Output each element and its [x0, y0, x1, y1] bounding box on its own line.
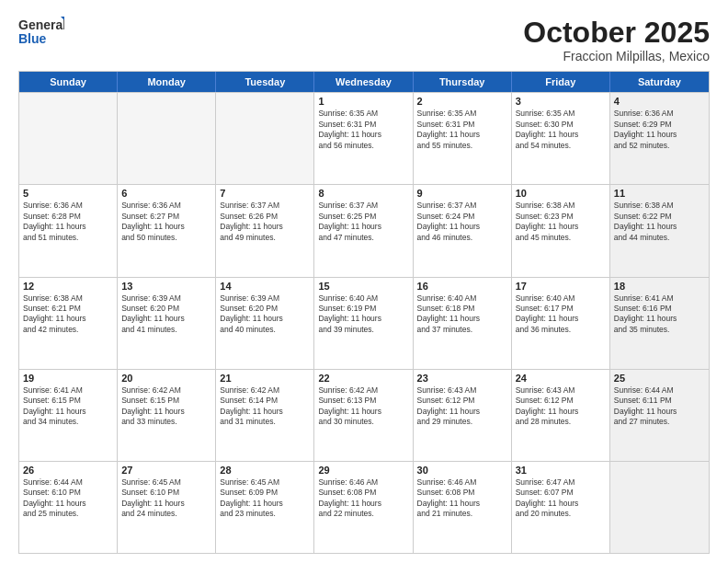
- cell-info: Sunrise: 6:42 AMSunset: 6:14 PMDaylight:…: [220, 385, 310, 428]
- header-thursday: Thursday: [414, 72, 512, 92]
- cal-cell-4: 4Sunrise: 6:36 AMSunset: 6:29 PMDaylight…: [610, 93, 709, 184]
- day-number: 29: [318, 465, 408, 476]
- cal-cell-5: 5Sunrise: 6:36 AMSunset: 6:28 PMDaylight…: [19, 185, 118, 276]
- cal-cell-27: 27Sunrise: 6:45 AMSunset: 6:10 PMDayligh…: [118, 462, 216, 553]
- cell-info: Sunrise: 6:45 AMSunset: 6:09 PMDaylight:…: [220, 477, 310, 520]
- cal-cell-11: 11Sunrise: 6:38 AMSunset: 6:22 PMDayligh…: [610, 185, 709, 276]
- day-number: 6: [121, 188, 211, 199]
- header: General Blue October 2025 Fraccion Milpi…: [18, 17, 710, 63]
- day-number: 10: [516, 188, 606, 199]
- cell-info: Sunrise: 6:37 AMSunset: 6:24 PMDaylight:…: [417, 201, 507, 243]
- cal-cell-22: 22Sunrise: 6:42 AMSunset: 6:13 PMDayligh…: [314, 370, 413, 461]
- cal-cell-empty-4-6: [610, 462, 709, 553]
- day-number: 13: [121, 281, 211, 292]
- subtitle: Fraccion Milpillas, Mexico: [523, 49, 710, 63]
- cell-info: Sunrise: 6:39 AMSunset: 6:20 PMDaylight:…: [220, 293, 310, 336]
- cal-row-2: 12Sunrise: 6:38 AMSunset: 6:21 PMDayligh…: [19, 277, 709, 369]
- day-number: 11: [614, 188, 705, 199]
- cal-cell-13: 13Sunrise: 6:39 AMSunset: 6:20 PMDayligh…: [118, 278, 216, 369]
- day-number: 15: [318, 281, 408, 292]
- cal-cell-14: 14Sunrise: 6:39 AMSunset: 6:20 PMDayligh…: [216, 278, 314, 369]
- cal-cell-6: 6Sunrise: 6:36 AMSunset: 6:27 PMDaylight…: [118, 185, 216, 276]
- cell-info: Sunrise: 6:43 AMSunset: 6:12 PMDaylight:…: [516, 385, 606, 428]
- cal-cell-8: 8Sunrise: 6:37 AMSunset: 6:25 PMDaylight…: [314, 185, 413, 276]
- cell-info: Sunrise: 6:41 AMSunset: 6:16 PMDaylight:…: [614, 293, 705, 336]
- cal-cell-3: 3Sunrise: 6:35 AMSunset: 6:30 PMDaylight…: [512, 93, 610, 184]
- day-number: 19: [23, 373, 113, 384]
- cal-cell-19: 19Sunrise: 6:41 AMSunset: 6:15 PMDayligh…: [19, 370, 118, 461]
- page: General Blue October 2025 Fraccion Milpi…: [0, 0, 728, 563]
- cal-cell-10: 10Sunrise: 6:38 AMSunset: 6:23 PMDayligh…: [512, 185, 610, 276]
- cell-info: Sunrise: 6:38 AMSunset: 6:22 PMDaylight:…: [614, 201, 705, 243]
- day-number: 26: [23, 465, 113, 476]
- cell-info: Sunrise: 6:43 AMSunset: 6:12 PMDaylight:…: [417, 385, 507, 428]
- cal-cell-29: 29Sunrise: 6:46 AMSunset: 6:08 PMDayligh…: [314, 462, 413, 553]
- cell-info: Sunrise: 6:36 AMSunset: 6:29 PMDaylight:…: [614, 109, 705, 151]
- cal-cell-17: 17Sunrise: 6:40 AMSunset: 6:17 PMDayligh…: [512, 278, 610, 369]
- calendar-header: SundayMondayTuesdayWednesdayThursdayFrid…: [19, 72, 709, 92]
- day-number: 16: [417, 281, 507, 292]
- cal-cell-25: 25Sunrise: 6:44 AMSunset: 6:11 PMDayligh…: [610, 370, 709, 461]
- day-number: 8: [318, 188, 408, 199]
- cal-cell-empty-0-2: [216, 93, 314, 184]
- day-number: 5: [23, 188, 113, 199]
- svg-text:Blue: Blue: [18, 31, 47, 46]
- cal-cell-23: 23Sunrise: 6:43 AMSunset: 6:12 PMDayligh…: [414, 370, 512, 461]
- day-number: 1: [318, 96, 408, 107]
- cal-row-3: 19Sunrise: 6:41 AMSunset: 6:15 PMDayligh…: [19, 369, 709, 461]
- header-saturday: Saturday: [610, 72, 709, 92]
- day-number: 25: [614, 373, 705, 384]
- cell-info: Sunrise: 6:38 AMSunset: 6:21 PMDaylight:…: [23, 293, 113, 336]
- cell-info: Sunrise: 6:42 AMSunset: 6:13 PMDaylight:…: [318, 385, 408, 428]
- cell-info: Sunrise: 6:36 AMSunset: 6:27 PMDaylight:…: [121, 201, 211, 243]
- cell-info: Sunrise: 6:46 AMSunset: 6:08 PMDaylight:…: [417, 477, 507, 520]
- day-number: 27: [121, 465, 211, 476]
- svg-text:General: General: [18, 17, 64, 32]
- day-number: 24: [516, 373, 606, 384]
- cell-info: Sunrise: 6:39 AMSunset: 6:20 PMDaylight:…: [121, 293, 211, 336]
- day-number: 12: [23, 281, 113, 292]
- day-number: 2: [417, 96, 507, 107]
- cell-info: Sunrise: 6:42 AMSunset: 6:15 PMDaylight:…: [121, 385, 211, 428]
- cell-info: Sunrise: 6:40 AMSunset: 6:19 PMDaylight:…: [318, 293, 408, 336]
- cal-row-0: 1Sunrise: 6:35 AMSunset: 6:31 PMDaylight…: [19, 92, 709, 184]
- cal-cell-16: 16Sunrise: 6:40 AMSunset: 6:18 PMDayligh…: [414, 278, 512, 369]
- day-number: 3: [516, 96, 606, 107]
- title-block: October 2025 Fraccion Milpillas, Mexico: [523, 17, 710, 63]
- cal-cell-1: 1Sunrise: 6:35 AMSunset: 6:31 PMDaylight…: [314, 93, 413, 184]
- cell-info: Sunrise: 6:37 AMSunset: 6:26 PMDaylight:…: [220, 201, 310, 243]
- cal-cell-26: 26Sunrise: 6:44 AMSunset: 6:10 PMDayligh…: [19, 462, 118, 553]
- cal-cell-12: 12Sunrise: 6:38 AMSunset: 6:21 PMDayligh…: [19, 278, 118, 369]
- day-number: 28: [220, 465, 310, 476]
- cal-row-4: 26Sunrise: 6:44 AMSunset: 6:10 PMDayligh…: [19, 461, 709, 553]
- cell-info: Sunrise: 6:45 AMSunset: 6:10 PMDaylight:…: [121, 477, 211, 520]
- header-friday: Friday: [512, 72, 610, 92]
- cal-cell-31: 31Sunrise: 6:47 AMSunset: 6:07 PMDayligh…: [512, 462, 610, 553]
- cal-cell-15: 15Sunrise: 6:40 AMSunset: 6:19 PMDayligh…: [314, 278, 413, 369]
- header-monday: Monday: [118, 72, 216, 92]
- day-number: 18: [614, 281, 705, 292]
- cell-info: Sunrise: 6:36 AMSunset: 6:28 PMDaylight:…: [23, 201, 113, 243]
- cal-cell-7: 7Sunrise: 6:37 AMSunset: 6:26 PMDaylight…: [216, 185, 314, 276]
- day-number: 21: [220, 373, 310, 384]
- day-number: 31: [516, 465, 606, 476]
- header-wednesday: Wednesday: [314, 72, 413, 92]
- cal-cell-empty-0-1: [118, 93, 216, 184]
- cell-info: Sunrise: 6:44 AMSunset: 6:11 PMDaylight:…: [614, 385, 705, 428]
- cal-cell-20: 20Sunrise: 6:42 AMSunset: 6:15 PMDayligh…: [118, 370, 216, 461]
- day-number: 14: [220, 281, 310, 292]
- logo-svg: General Blue: [18, 17, 64, 50]
- cal-cell-empty-0-0: [19, 93, 118, 184]
- cal-cell-21: 21Sunrise: 6:42 AMSunset: 6:14 PMDayligh…: [216, 370, 314, 461]
- cal-cell-30: 30Sunrise: 6:46 AMSunset: 6:08 PMDayligh…: [414, 462, 512, 553]
- day-number: 7: [220, 188, 310, 199]
- day-number: 23: [417, 373, 507, 384]
- cell-info: Sunrise: 6:35 AMSunset: 6:31 PMDaylight:…: [417, 109, 507, 151]
- cell-info: Sunrise: 6:44 AMSunset: 6:10 PMDaylight:…: [23, 477, 113, 520]
- cell-info: Sunrise: 6:35 AMSunset: 6:30 PMDaylight:…: [516, 109, 606, 151]
- day-number: 17: [516, 281, 606, 292]
- cell-info: Sunrise: 6:35 AMSunset: 6:31 PMDaylight:…: [318, 109, 408, 151]
- cal-cell-9: 9Sunrise: 6:37 AMSunset: 6:24 PMDaylight…: [414, 185, 512, 276]
- day-number: 22: [318, 373, 408, 384]
- cell-info: Sunrise: 6:37 AMSunset: 6:25 PMDaylight:…: [318, 201, 408, 243]
